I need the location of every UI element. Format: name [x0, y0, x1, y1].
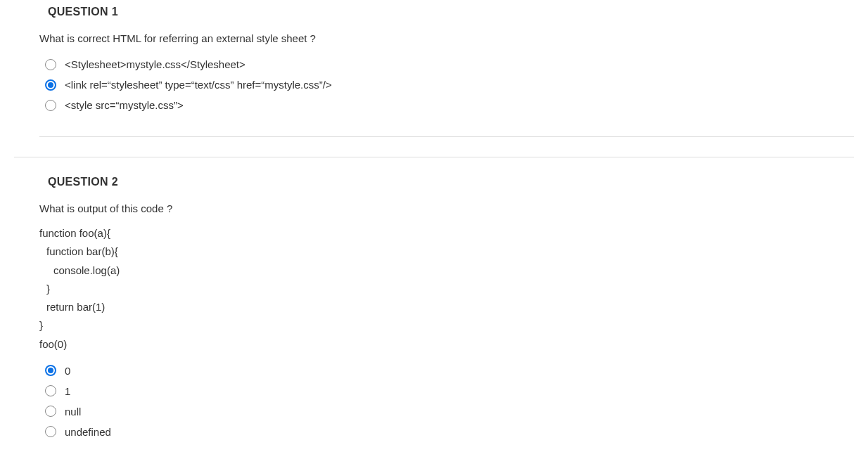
- code-line: }: [39, 280, 854, 298]
- radio-icon[interactable]: [45, 365, 56, 376]
- q1-option-1-label: <link rel=“stylesheet” type=“text/css” h…: [65, 79, 332, 91]
- code-line: function foo(a){: [39, 224, 854, 243]
- question-1-header: QUESTION 1: [14, 0, 854, 32]
- radio-icon[interactable]: [45, 79, 56, 91]
- q1-option-2-label: <style src=“mystyle.css”>: [65, 99, 184, 111]
- code-line: console.log(a): [39, 261, 854, 280]
- q2-option-3[interactable]: undefined: [45, 422, 854, 442]
- radio-icon[interactable]: [45, 100, 56, 111]
- code-line: function bar(b){: [39, 243, 854, 261]
- q1-option-2[interactable]: <style src=“mystyle.css”>: [45, 95, 854, 115]
- question-2-prompt: What is output of this code ?: [14, 202, 854, 224]
- q2-option-2[interactable]: null: [45, 401, 854, 422]
- question-2-code: function foo(a){ function bar(b){ consol…: [14, 224, 854, 354]
- code-line: return bar(1): [39, 298, 854, 316]
- q1-option-1[interactable]: <link rel=“stylesheet” type=“text/css” h…: [45, 75, 854, 95]
- code-line: foo(0): [39, 335, 854, 354]
- q2-option-1-label: 1: [65, 385, 70, 397]
- question-1-prompt: What is correct HTML for referring an ex…: [14, 32, 854, 54]
- question-2-options: 0 1 null undefined: [14, 361, 854, 442]
- q2-option-3-label: undefined: [65, 426, 111, 438]
- q1-option-0[interactable]: <Stylesheet>mystyle.css</Stylesheet>: [45, 54, 854, 75]
- question-2-block: QUESTION 2 What is output of this code ?…: [14, 157, 854, 459]
- q2-option-2-label: null: [65, 406, 81, 418]
- question-1-block: QUESTION 1 What is correct HTML for refe…: [14, 0, 854, 136]
- q2-option-0[interactable]: 0: [45, 361, 854, 381]
- q1-option-0-label: <Stylesheet>mystyle.css</Stylesheet>: [65, 58, 245, 70]
- q2-option-1[interactable]: 1: [45, 381, 854, 401]
- q2-option-0-label: 0: [65, 365, 70, 377]
- radio-icon[interactable]: [45, 385, 56, 396]
- radio-icon[interactable]: [45, 59, 56, 70]
- question-2-header: QUESTION 2: [14, 170, 854, 202]
- question-1-options: <Stylesheet>mystyle.css</Stylesheet> <li…: [14, 54, 854, 115]
- radio-icon[interactable]: [45, 406, 56, 417]
- divider: [39, 136, 854, 137]
- code-line: }: [39, 316, 854, 335]
- radio-icon[interactable]: [45, 426, 56, 437]
